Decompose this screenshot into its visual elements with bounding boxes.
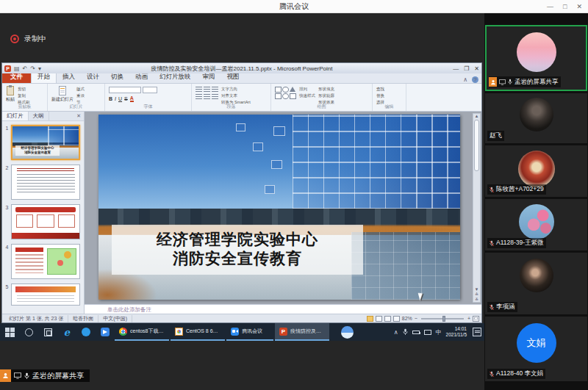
slide-editing-area[interactable]: 经济管理学院实验中心 消防安全宣传教育 ▲ ▼ ≙ ≚ (85, 112, 481, 304)
ime-indicator[interactable]: 中 (436, 328, 442, 336)
help-icon[interactable]: ? (472, 76, 478, 83)
participant-tile[interactable]: 赵飞 (485, 93, 587, 143)
normal-view-button[interactable] (367, 316, 373, 322)
tab-view[interactable]: 视图 (221, 72, 245, 83)
font-color-button[interactable]: A (130, 95, 134, 102)
cut-button[interactable]: 剪切 (18, 87, 30, 92)
copy-button[interactable]: 复制 (18, 93, 30, 98)
shape-outline-button[interactable]: 形状轮廓 (318, 93, 334, 98)
slide-thumbnail-4[interactable]: 4 (3, 244, 80, 279)
underline-button[interactable]: U (118, 96, 122, 101)
tray-expand-icon[interactable]: ∧ (394, 329, 398, 336)
indent-icon[interactable] (212, 87, 218, 93)
collapse-ribbon-icon[interactable]: ∧ (463, 76, 467, 83)
taskbar-chrome-window[interactable]: centos8下载安装... (115, 323, 169, 341)
ppt-close-icon[interactable]: ✕ (474, 65, 479, 72)
taskbar-clock[interactable]: 14:01 2021/11/5 (446, 326, 467, 338)
replace-button[interactable]: 替换 (376, 93, 384, 98)
redo-icon[interactable]: ↷ (30, 65, 35, 72)
minimize-icon[interactable]: — (547, 3, 553, 10)
tab-insert[interactable]: 插入 (57, 72, 81, 83)
reset-button[interactable]: 重设 (76, 93, 85, 98)
taskbar-powerpoint-window[interactable]: P 疫情防控及实验安... (275, 323, 329, 341)
participant-tile[interactable]: A1128-39-王紫微 (485, 199, 587, 250)
participant-tile[interactable]: 文娟 A1128-40 李文娟 (485, 317, 587, 381)
reading-view-button[interactable] (384, 316, 391, 322)
taskbar-tencent-meeting-window[interactable]: 腾讯会议 (226, 323, 273, 341)
align-left-icon[interactable] (196, 94, 202, 100)
participant-tile[interactable]: 陈牧茜+A702+29 (485, 145, 587, 197)
scrollbar-thumb[interactable] (474, 120, 479, 171)
slide-thumbnail-1[interactable]: 1 经济管理学院实验中心 消防安全宣传教育 (3, 125, 80, 160)
shapes-gallery[interactable] (275, 85, 296, 99)
font-name-box[interactable] (109, 87, 141, 93)
tab-review[interactable]: 审阅 (197, 72, 221, 83)
align-center-icon[interactable] (204, 94, 210, 100)
strikethrough-button[interactable]: S (124, 96, 128, 101)
participant-tile[interactable]: 李项涵 (485, 253, 587, 314)
tab-file[interactable]: 文件 (2, 72, 31, 83)
tab-slides-thumbnails[interactable]: 幻灯片 (2, 112, 29, 120)
undo-icon[interactable]: ↶ (23, 65, 28, 72)
slide-canvas[interactable]: 经济管理学院实验中心 消防安全宣传教育 (98, 115, 460, 300)
panel-close-icon[interactable]: ✕ (76, 113, 84, 119)
slide-thumbnail-3[interactable]: 3 (3, 204, 80, 239)
slide-sorter-view-button[interactable] (376, 316, 382, 322)
text-direction-button[interactable]: 文字方向 (221, 87, 251, 92)
ppt-restore-icon[interactable]: ❐ (464, 65, 469, 72)
notes-pane[interactable]: 单击此处添加备注 (85, 304, 481, 314)
tab-animations[interactable]: 动画 (129, 72, 154, 83)
task-view-button[interactable] (38, 323, 57, 341)
start-button[interactable] (0, 323, 19, 341)
find-button[interactable]: 查找 (376, 87, 384, 92)
action-center-icon[interactable] (473, 328, 481, 336)
tab-transitions[interactable]: 切换 (105, 72, 129, 83)
zoom-out-icon[interactable]: − (415, 316, 417, 321)
zoom-slider-knob[interactable] (442, 316, 445, 322)
tab-outline[interactable]: 大纲 (29, 112, 49, 120)
taskbar-centos-vm-window[interactable]: CentOS 8 64 位 - ... (171, 323, 225, 341)
search-button[interactable] (19, 323, 38, 341)
close-icon[interactable]: ✕ (576, 3, 582, 10)
scroll-up-icon[interactable]: ▲ (475, 114, 479, 118)
messenger-button[interactable] (76, 323, 96, 341)
paste-button[interactable]: 粘贴 (6, 85, 15, 103)
tab-slideshow[interactable]: 幻灯片放映 (154, 72, 197, 83)
slideshow-view-button[interactable] (393, 316, 400, 322)
slide-title-block[interactable]: 经济管理学院实验中心 消防安全宣传教育 (112, 225, 363, 275)
slide-thumbnail-2[interactable]: 2 (3, 165, 80, 200)
vertical-scrollbar[interactable]: ▲ ▼ ≙ ≚ (473, 113, 481, 303)
arrange-button[interactable]: 排列 (299, 87, 315, 92)
save-icon[interactable]: ▤ (14, 65, 20, 72)
zoom-slider[interactable] (421, 318, 464, 319)
font-size-box[interactable] (143, 87, 157, 93)
qat-dropdown-icon[interactable]: ▾ (38, 65, 41, 72)
align-right-icon[interactable] (212, 94, 218, 100)
ppt-minimize-icon[interactable]: — (453, 65, 459, 72)
bold-button[interactable]: B (109, 96, 112, 101)
ppt-titlebar[interactable]: P ▤ ↶ ↷ ▾ 疫情防控及实验安全培训—孟岩2021.11.5.pptx -… (2, 63, 481, 73)
align-text-button[interactable]: 对齐文本 (221, 93, 251, 98)
next-slide-icon[interactable]: ≚ (475, 297, 478, 302)
quick-styles-button[interactable]: 快速样式 (299, 93, 315, 98)
previous-slide-icon[interactable]: ≙ (475, 292, 478, 297)
participant-tile-sharing[interactable]: 孟岩的屏幕共享 (485, 25, 587, 91)
new-slide-button[interactable]: 新建幻灯片 (51, 85, 74, 103)
tray-microphone-icon[interactable] (403, 328, 408, 336)
bullets-icon[interactable] (196, 87, 202, 93)
fit-to-window-button[interactable] (473, 316, 479, 322)
battery-icon[interactable] (412, 331, 420, 334)
layout-button[interactable]: 版式 (76, 87, 85, 92)
italic-button[interactable]: I (115, 96, 116, 101)
network-icon[interactable] (424, 330, 431, 335)
slide-thumbnail-5[interactable]: 5 (3, 284, 80, 306)
edge-button[interactable]: e (57, 323, 76, 341)
powerpoint-logo-icon[interactable]: P (4, 65, 11, 72)
maximize-icon[interactable]: □ (563, 3, 567, 10)
shape-fill-button[interactable]: 形状填充 (318, 87, 334, 92)
tab-design[interactable]: 设计 (81, 72, 105, 83)
floating-widget-button[interactable] (341, 326, 354, 339)
numbering-icon[interactable] (204, 87, 210, 93)
zoom-in-icon[interactable]: + (467, 316, 470, 321)
blue-app-button[interactable] (96, 323, 115, 341)
